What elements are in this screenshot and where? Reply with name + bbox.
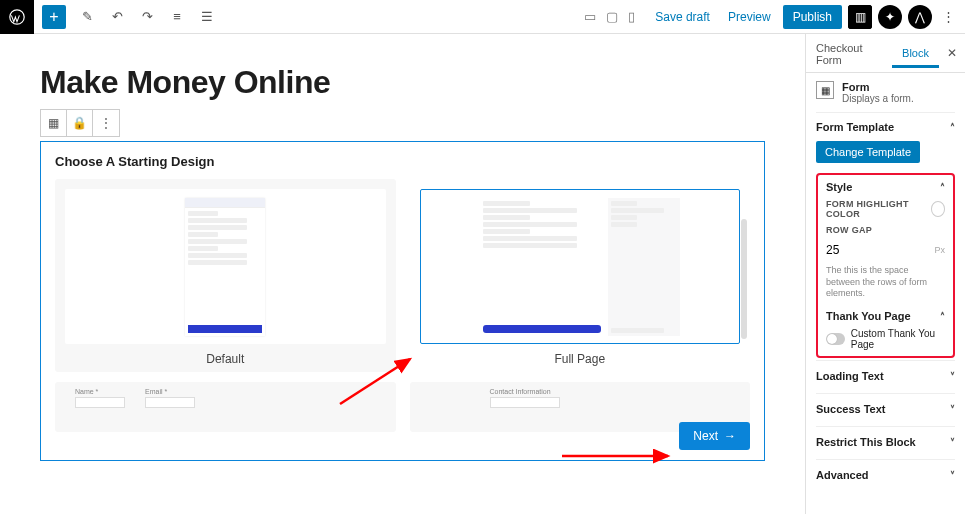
form-highlight-color-swatch[interactable] — [931, 201, 945, 217]
panel-form-template: Form Template ˄ Change Template — [816, 112, 955, 171]
panel-restrict-block[interactable]: Restrict This Block ˅ — [816, 426, 955, 457]
sidebar-tabs: Checkout Form Block ✕ — [806, 34, 965, 73]
design-option-3[interactable]: Name * Email * — [55, 382, 396, 432]
block-desc-label: Displays a form. — [842, 93, 914, 104]
custom-thank-you-toggle[interactable] — [826, 333, 845, 345]
chevron-down-icon: ˅ — [950, 371, 955, 382]
device-preview-icons: ▭ ▢ ▯ — [584, 9, 635, 24]
panel-title-advanced: Advanced — [816, 469, 869, 481]
change-template-button[interactable]: Change Template — [816, 141, 920, 163]
panel-title-restrict: Restrict This Block — [816, 436, 916, 448]
toolbar-right-group: ▭ ▢ ▯ Save draft Preview Publish ▥ ✦ ⋀ ⋮ — [584, 5, 965, 29]
panel-title-success-text: Success Text — [816, 403, 886, 415]
panel-loading-text[interactable]: Loading Text ˅ — [816, 360, 955, 391]
design-label-full-page: Full Page — [554, 352, 605, 366]
plugin-icon-2[interactable]: ⋀ — [908, 5, 932, 29]
sidebar-body: ▦ Form Displays a form. Form Template ˄ … — [806, 73, 965, 498]
add-block-button[interactable]: + — [42, 5, 66, 29]
panel-advanced[interactable]: Advanced ˅ — [816, 459, 955, 490]
panel-header-style[interactable]: Style ˄ — [826, 181, 945, 193]
form-block-container: Choose A Starting Design — [40, 141, 765, 461]
chevron-down-icon: ˅ — [950, 404, 955, 415]
block-name-label: Form — [842, 81, 914, 93]
mobile-preview-icon[interactable]: ▯ — [628, 9, 635, 24]
design-bottom-row: Name * Email * Contact Information — [55, 382, 750, 432]
scrollbar-track[interactable] — [741, 219, 747, 339]
panel-title-style: Style — [826, 181, 852, 193]
tab-block[interactable]: Block — [892, 39, 939, 68]
row-gap-unit: Px — [934, 245, 945, 255]
desktop-preview-icon[interactable]: ▭ — [584, 9, 596, 24]
choose-design-heading: Choose A Starting Design — [55, 154, 750, 169]
next-button[interactable]: Next → — [679, 422, 750, 450]
block-description-row: ▦ Form Displays a form. — [816, 81, 955, 104]
panel-title-thank-you: Thank You Page — [826, 310, 911, 322]
row-gap-label: ROW GAP — [826, 225, 945, 235]
design-option-default[interactable]: Default — [55, 179, 396, 372]
panel-header-form-template[interactable]: Form Template ˄ — [816, 121, 955, 133]
highlighted-panels: Style ˄ FORM HIGHLIGHT COLOR ROW GAP Px … — [816, 173, 955, 358]
chevron-up-icon: ˄ — [950, 122, 955, 133]
panel-title-form-template: Form Template — [816, 121, 894, 133]
custom-thank-you-toggle-row: Custom Thank You Page — [826, 328, 945, 350]
design-preview-default — [65, 189, 386, 344]
undo-icon[interactable]: ↶ — [108, 9, 126, 24]
design-option-full-page[interactable]: Full Page — [410, 179, 751, 372]
close-sidebar-icon[interactable]: ✕ — [939, 40, 965, 66]
block-more-icon[interactable]: ⋮ — [93, 110, 119, 136]
block-type-icon[interactable]: ▦ — [41, 110, 67, 136]
mini-form-full-page — [480, 198, 680, 336]
next-button-label: Next — [693, 429, 718, 443]
editor-canvas: Make Money Online ▦ 🔒 ⋮ Choose A Startin… — [0, 34, 805, 514]
chevron-up-icon: ˄ — [940, 182, 945, 193]
panel-title-loading-text: Loading Text — [816, 370, 884, 382]
chevron-down-icon: ˅ — [950, 470, 955, 481]
more-options-icon[interactable]: ⋮ — [938, 9, 959, 24]
settings-sidebar-toggle[interactable]: ▥ — [848, 5, 872, 29]
wordpress-icon — [9, 9, 25, 25]
design-label-default: Default — [206, 352, 244, 366]
row-gap-input[interactable] — [826, 241, 934, 259]
panel-header-thank-you[interactable]: Thank You Page ˄ — [826, 310, 945, 322]
panel-success-text[interactable]: Success Text ˅ — [816, 393, 955, 424]
toolbar-left-group: + ✎ ↶ ↷ ≡ ☰ — [0, 0, 216, 33]
chevron-down-icon: ˅ — [950, 437, 955, 448]
tablet-preview-icon[interactable]: ▢ — [606, 9, 618, 24]
custom-thank-you-label: Custom Thank You Page — [851, 328, 945, 350]
tab-checkout-form[interactable]: Checkout Form — [806, 34, 892, 72]
editor-workspace: Make Money Online ▦ 🔒 ⋮ Choose A Startin… — [0, 34, 965, 514]
edit-mode-icon[interactable]: ✎ — [78, 9, 96, 24]
redo-icon[interactable]: ↷ — [138, 9, 156, 24]
design-options-grid: Default — [55, 179, 750, 372]
chevron-up-icon: ˄ — [940, 311, 945, 322]
block-floating-toolbar: ▦ 🔒 ⋮ — [40, 109, 120, 137]
settings-sidebar: Checkout Form Block ✕ ▦ Form Displays a … — [805, 34, 965, 514]
save-draft-button[interactable]: Save draft — [649, 6, 716, 28]
list-view-icon[interactable]: ☰ — [198, 9, 216, 24]
document-outline-icon[interactable]: ≡ — [168, 9, 186, 24]
form-highlight-color-label: FORM HIGHLIGHT COLOR — [826, 199, 931, 219]
preview-button[interactable]: Preview — [722, 6, 777, 28]
plugin-icon-1[interactable]: ✦ — [878, 5, 902, 29]
editor-tool-icons: ✎ ↶ ↷ ≡ ☰ — [78, 9, 216, 24]
mini-form-default — [185, 198, 265, 336]
arrow-right-icon: → — [724, 429, 736, 443]
wordpress-logo[interactable] — [0, 0, 34, 34]
row-gap-helper-text: The this is the space between the rows o… — [826, 265, 945, 300]
editor-top-toolbar: + ✎ ↶ ↷ ≡ ☰ ▭ ▢ ▯ Save draft Preview Pub… — [0, 0, 965, 34]
publish-button[interactable]: Publish — [783, 5, 842, 29]
design-preview-full-page — [420, 189, 741, 344]
block-lock-icon[interactable]: 🔒 — [67, 110, 93, 136]
form-block-icon: ▦ — [816, 81, 834, 99]
page-title[interactable]: Make Money Online — [40, 64, 765, 101]
